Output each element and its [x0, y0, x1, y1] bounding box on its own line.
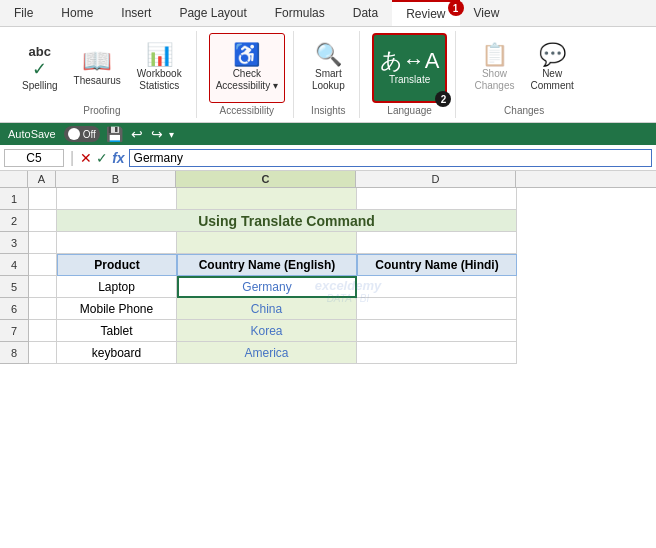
- cell-b6[interactable]: Mobile Phone: [57, 298, 177, 320]
- col-header-a[interactable]: A: [28, 171, 56, 187]
- check-icon: ✓: [32, 60, 47, 78]
- confirm-icon[interactable]: ✓: [96, 150, 108, 166]
- thesaurus-icon: 📖: [82, 49, 112, 73]
- cell-a7[interactable]: [29, 320, 57, 342]
- grid: Using Translate Command Product Country …: [29, 188, 656, 364]
- cell-reference[interactable]: C5: [4, 149, 64, 167]
- cell-a4[interactable]: [29, 254, 57, 276]
- cancel-icon[interactable]: ✕: [80, 150, 92, 166]
- cell-b5[interactable]: Laptop: [57, 276, 177, 298]
- group-accessibility: ♿ CheckAccessibility ▾ Accessibility: [201, 31, 294, 118]
- cell-c6[interactable]: China: [177, 298, 357, 320]
- cell-c5[interactable]: Germany: [177, 276, 357, 298]
- new-comment-button[interactable]: 💬 NewComment: [524, 33, 579, 103]
- cell-c8[interactable]: America: [177, 342, 357, 364]
- row-header-5[interactable]: 5: [0, 276, 28, 298]
- col-header-c[interactable]: C: [176, 171, 356, 187]
- spelling-button[interactable]: abc ✓ Spelling: [16, 33, 64, 103]
- row-header-spacer: [0, 171, 28, 187]
- row-header-8[interactable]: 8: [0, 342, 28, 364]
- smart-lookup-icon: 🔍: [315, 44, 342, 66]
- smart-lookup-button[interactable]: 🔍 SmartLookup: [306, 33, 351, 103]
- cell-d4[interactable]: Country Name (Hindi): [357, 254, 517, 276]
- customize-qat[interactable]: ▾: [169, 129, 174, 140]
- badge-two: 2: [435, 91, 451, 107]
- tab-view[interactable]: View: [460, 0, 514, 26]
- thesaurus-button[interactable]: 📖 Thesaurus: [68, 33, 127, 103]
- cell-c7[interactable]: Korea: [177, 320, 357, 342]
- show-changes-label: ShowChanges: [474, 68, 514, 92]
- row-header-3[interactable]: 3: [0, 232, 28, 254]
- proofing-label: Proofing: [83, 103, 120, 118]
- cell-c3[interactable]: [177, 232, 357, 254]
- save-button[interactable]: 💾: [104, 126, 125, 142]
- tab-insert[interactable]: Insert: [107, 0, 165, 26]
- group-changes: 📋 ShowChanges 💬 NewComment Changes: [460, 31, 587, 118]
- function-icon[interactable]: fx: [112, 150, 124, 166]
- cell-d3[interactable]: [357, 232, 517, 254]
- cell-a8[interactable]: [29, 342, 57, 364]
- spreadsheet-body: 1 2 3 4 5 6 7 8 Using Translate Command: [0, 188, 656, 364]
- formula-input[interactable]: [129, 149, 652, 167]
- workbook-stats-button[interactable]: 📊 WorkbookStatistics: [131, 33, 188, 103]
- autosave-label: AutoSave: [8, 128, 56, 140]
- cell-b8[interactable]: keyboard: [57, 342, 177, 364]
- smart-lookup-label: SmartLookup: [312, 68, 345, 92]
- row-4: Product Country Name (English) Country N…: [29, 254, 656, 276]
- cell-b3[interactable]: [57, 232, 177, 254]
- language-buttons: あ↔A Translate 2: [372, 33, 448, 103]
- tab-data[interactable]: Data: [339, 0, 392, 26]
- cell-a3[interactable]: [29, 232, 57, 254]
- toggle-knob: [68, 128, 80, 140]
- quick-access-toolbar: AutoSave Off 💾 ↩ ↪ ▾: [0, 123, 656, 145]
- group-proofing: abc ✓ Spelling 📖 Thesaurus 📊 WorkbookSta…: [8, 31, 197, 118]
- cell-b2-merged[interactable]: Using Translate Command: [57, 210, 517, 232]
- changes-label: Changes: [504, 103, 544, 118]
- spelling-label: Spelling: [22, 80, 58, 92]
- cell-b1[interactable]: [57, 188, 177, 210]
- show-changes-icon: 📋: [481, 44, 508, 66]
- row-7: Tablet Korea: [29, 320, 656, 342]
- cell-a5[interactable]: [29, 276, 57, 298]
- tab-page-layout[interactable]: Page Layout: [165, 0, 260, 26]
- translate-button[interactable]: あ↔A Translate 2: [372, 33, 448, 103]
- ribbon-tabs: File Home Insert Page Layout Formulas Da…: [0, 0, 656, 27]
- new-comment-label: NewComment: [530, 68, 573, 92]
- redo-button[interactable]: ↪: [149, 126, 165, 142]
- check-accessibility-label: CheckAccessibility ▾: [216, 68, 278, 92]
- cell-b7[interactable]: Tablet: [57, 320, 177, 342]
- cell-c4[interactable]: Country Name (English): [177, 254, 357, 276]
- insights-label: Insights: [311, 103, 345, 118]
- row-header-4[interactable]: 4: [0, 254, 28, 276]
- cell-a2[interactable]: [29, 210, 57, 232]
- row-5: Laptop Germany: [29, 276, 656, 298]
- formula-icons: ✕ ✓ fx: [80, 150, 124, 166]
- cell-b4[interactable]: Product: [57, 254, 177, 276]
- tab-file[interactable]: File: [0, 0, 47, 26]
- col-header-b[interactable]: B: [56, 171, 176, 187]
- check-accessibility-button[interactable]: ♿ CheckAccessibility ▾: [209, 33, 285, 103]
- tab-home[interactable]: Home: [47, 0, 107, 26]
- changes-buttons: 📋 ShowChanges 💬 NewComment: [468, 33, 579, 103]
- row-header-6[interactable]: 6: [0, 298, 28, 320]
- row-1: [29, 188, 656, 210]
- cell-d7[interactable]: [357, 320, 517, 342]
- undo-button[interactable]: ↩: [129, 126, 145, 142]
- spreadsheet: A B C D 1 2 3 4 5 6 7 8: [0, 171, 656, 364]
- row-header-7[interactable]: 7: [0, 320, 28, 342]
- row-header-2[interactable]: 2: [0, 210, 28, 232]
- col-header-d[interactable]: D: [356, 171, 516, 187]
- cell-d6[interactable]: [357, 298, 517, 320]
- row-header-1[interactable]: 1: [0, 188, 28, 210]
- show-changes-button[interactable]: 📋 ShowChanges: [468, 33, 520, 103]
- autosave-toggle[interactable]: Off: [64, 126, 100, 142]
- cell-d1[interactable]: [357, 188, 517, 210]
- cell-a1[interactable]: [29, 188, 57, 210]
- tab-review[interactable]: Review 1: [392, 0, 459, 26]
- cell-c1[interactable]: [177, 188, 357, 210]
- cell-d8[interactable]: [357, 342, 517, 364]
- spelling-icon: abc: [29, 45, 51, 58]
- tab-formulas[interactable]: Formulas: [261, 0, 339, 26]
- cell-a6[interactable]: [29, 298, 57, 320]
- cell-d5[interactable]: [357, 276, 517, 298]
